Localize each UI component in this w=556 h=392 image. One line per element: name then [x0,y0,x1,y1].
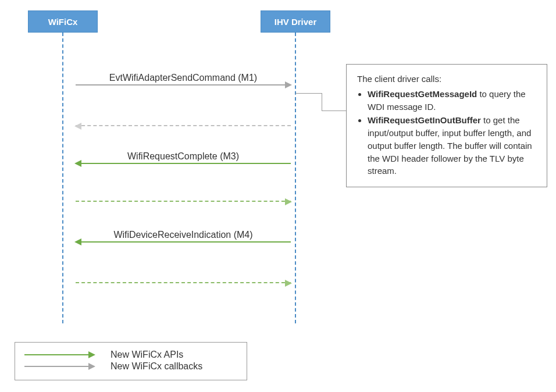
note-item-1: WifiRequestGetMessageId to query the WDI… [368,88,537,113]
participant-ihv-label: IHV Driver [275,17,317,27]
arrow-line-return1 [76,125,291,126]
lifeline-wificx [62,33,63,323]
arrowhead-right-icon [285,198,292,205]
note-box: The client driver calls: WifiRequestGetM… [346,64,547,187]
message-m3-return [76,201,291,202]
note-connector-h1 [295,93,322,94]
lifeline-ihv [295,33,296,323]
arrowhead-right-icon [88,363,95,370]
arrow-line-m1 [76,84,291,85]
note-item-2: WifiRequestGetInOutBuffer to get the inp… [368,114,537,177]
participant-wificx: WiFiCx [28,10,98,33]
note-item-1-bold: WifiRequestGetMessageId [368,89,477,99]
note-intro: The client driver calls: [357,73,537,85]
message-m1-label: EvtWifiAdapterSendCommand (M1) [76,73,291,83]
note-item-2-bold: WifiRequestGetInOutBuffer [368,115,481,125]
legend-row-callbacks: New WiFiCx callbacks [24,361,237,372]
note-list: WifiRequestGetMessageId to query the WDI… [368,88,537,177]
message-m3-label: WifiRequestComplete (M3) [76,151,291,162]
arrowhead-left-icon [74,160,81,167]
participant-ihv: IHV Driver [261,10,330,33]
note-connector-h2 [322,111,346,111]
arrow-line-return3 [76,282,291,283]
arrowhead-right-icon [88,351,95,358]
arrow-line-return2 [76,201,291,202]
arrowhead-left-icon [74,123,81,130]
message-m3: WifiRequestComplete (M3) [76,151,291,164]
arrow-line-m3 [76,163,291,164]
arrowhead-right-icon [285,280,292,287]
legend-box: New WiFiCx APIs New WiFiCx callbacks [15,342,247,380]
arrow-line-m4 [76,241,291,243]
message-m1: EvtWifiAdapterSendCommand (M1) [76,73,291,85]
note-connector-v [322,93,322,111]
legend-arrow-green [24,354,94,355]
message-m4-return [76,282,291,283]
legend-arrow-gray [24,366,94,367]
message-m4-label: WifiDeviceReceiveIndication (M4) [76,230,291,240]
message-m4: WifiDeviceReceiveIndication (M4) [76,230,291,243]
participant-wificx-label: WiFiCx [48,17,78,27]
legend-row-apis: New WiFiCx APIs [24,350,237,360]
legend-label-apis: New WiFiCx APIs [111,350,183,360]
arrowhead-left-icon [74,238,81,245]
message-m1-return [76,125,291,126]
arrowhead-right-icon [285,81,292,88]
legend-label-callbacks: New WiFiCx callbacks [111,361,202,372]
